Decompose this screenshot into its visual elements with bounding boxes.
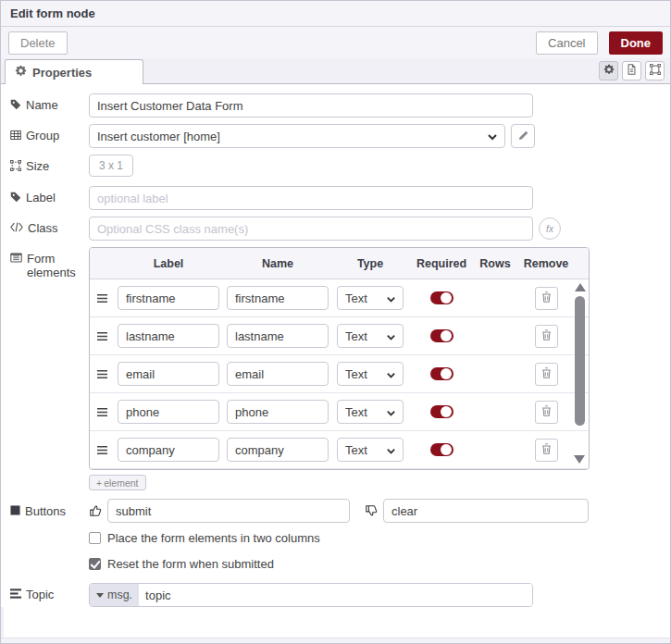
topic-input[interactable] xyxy=(139,584,532,606)
element-label-input[interactable] xyxy=(118,286,219,310)
element-type-select[interactable]: Text xyxy=(337,286,404,310)
required-toggle[interactable] xyxy=(430,367,454,380)
chevron-down-icon xyxy=(386,445,396,459)
tab-properties[interactable]: Properties xyxy=(5,59,143,84)
scrollbar[interactable] xyxy=(573,281,587,467)
topic-label: Topic xyxy=(10,583,89,601)
tasks-icon xyxy=(10,588,21,601)
two-columns-row: Place the form elements in two columns xyxy=(89,531,661,545)
required-toggle[interactable] xyxy=(430,405,454,418)
form-elements-table: Label Name Type Required Rows Remove xyxy=(89,247,590,470)
element-name-input[interactable] xyxy=(227,438,329,462)
tag-icon xyxy=(10,191,21,205)
table-header: Label Name Type Required Rows Remove xyxy=(90,248,589,279)
done-button[interactable]: Done xyxy=(609,31,664,55)
element-label-input[interactable] xyxy=(118,400,219,424)
drag-handle-icon[interactable] xyxy=(90,369,114,379)
msg-type-button[interactable]: msg. xyxy=(90,584,139,606)
group-select[interactable]: Insert customer [home] xyxy=(89,124,505,148)
drag-handle-icon[interactable] xyxy=(90,293,114,303)
pencil-icon xyxy=(518,128,528,144)
class-row: Class fx xyxy=(10,217,661,241)
dynamic-class-button[interactable]: fx xyxy=(539,217,561,240)
scroll-up-arrow[interactable] xyxy=(575,283,586,291)
element-type-select[interactable]: Text xyxy=(337,324,404,348)
chevron-down-icon xyxy=(386,331,396,345)
appearance-icon xyxy=(650,64,661,78)
drag-handle-icon[interactable] xyxy=(90,445,114,455)
label-row: Label xyxy=(10,186,661,210)
add-element-button[interactable]: +element xyxy=(89,475,146,490)
trash-icon xyxy=(541,403,552,420)
properties-panel: Name Group Insert customer [home] xyxy=(1,84,670,607)
submit-button-input[interactable] xyxy=(107,499,350,523)
gear-icon xyxy=(603,64,615,78)
dialog-title: Edit form node xyxy=(10,6,95,20)
header-label: Label xyxy=(114,257,223,270)
form-elements-row: Form elements Label Name Type Required R… xyxy=(10,247,661,470)
cancel-button[interactable]: Cancel xyxy=(536,31,597,55)
required-toggle[interactable] xyxy=(430,443,454,456)
element-name-input[interactable] xyxy=(227,362,329,386)
element-type-select[interactable]: Text xyxy=(337,400,404,424)
buttons-row: Buttons xyxy=(10,499,661,523)
class-label: Class xyxy=(10,217,89,235)
chevron-down-icon xyxy=(386,407,396,421)
scrollbar-thumb[interactable] xyxy=(575,296,585,426)
reset-form-checkbox[interactable] xyxy=(89,558,101,570)
delete-element-button[interactable] xyxy=(535,363,558,386)
name-row: Name xyxy=(10,93,661,118)
required-toggle[interactable] xyxy=(430,291,454,304)
drag-handle-icon[interactable] xyxy=(90,407,114,417)
two-columns-checkbox[interactable] xyxy=(89,532,101,544)
chevron-down-icon xyxy=(386,293,396,307)
caret-down-icon xyxy=(96,593,104,598)
appearance-tab-button[interactable] xyxy=(645,61,665,80)
square-icon xyxy=(10,504,20,518)
form-element-row: Text xyxy=(90,355,589,393)
delete-button[interactable]: Delete xyxy=(8,31,68,55)
list-alt-icon xyxy=(10,252,22,266)
tab-icon-group xyxy=(599,61,665,80)
reset-form-row: Reset the form when submitted xyxy=(89,557,661,571)
trash-icon xyxy=(541,365,552,382)
clear-button-input[interactable] xyxy=(383,499,589,523)
thumbs-down-icon xyxy=(365,504,378,517)
delete-element-button[interactable] xyxy=(535,401,558,424)
form-element-row: Text xyxy=(90,279,589,317)
element-name-input[interactable] xyxy=(227,286,329,310)
size-button[interactable]: 3 x 1 xyxy=(89,155,133,177)
code-icon xyxy=(10,221,23,235)
scroll-down-arrow[interactable] xyxy=(574,455,585,464)
element-type-select[interactable]: Text xyxy=(337,362,404,386)
drag-handle-icon[interactable] xyxy=(90,331,114,341)
properties-tab-button[interactable] xyxy=(599,61,618,80)
label-input[interactable] xyxy=(89,186,533,210)
element-label-input[interactable] xyxy=(118,362,219,386)
trash-icon xyxy=(541,441,552,458)
edit-group-button[interactable] xyxy=(511,124,535,148)
element-label-input[interactable] xyxy=(118,438,219,462)
dialog-footer xyxy=(1,638,670,643)
table-icon xyxy=(10,129,21,143)
thumbs-up-icon xyxy=(89,504,102,517)
element-name-input[interactable] xyxy=(227,324,329,348)
description-tab-button[interactable] xyxy=(622,61,641,80)
fx-icon: fx xyxy=(546,224,553,234)
name-input[interactable] xyxy=(89,93,533,118)
delete-element-button[interactable] xyxy=(535,439,558,462)
delete-element-button[interactable] xyxy=(535,287,558,310)
class-input[interactable] xyxy=(89,217,533,241)
delete-element-button[interactable] xyxy=(535,325,558,348)
chevron-down-icon xyxy=(386,369,396,383)
element-name-input[interactable] xyxy=(227,400,329,424)
element-type-select[interactable]: Text xyxy=(337,438,404,462)
required-toggle[interactable] xyxy=(430,329,454,342)
form-elements-label: Form elements xyxy=(10,247,89,279)
reset-form-label: Reset the form when submitted xyxy=(107,557,274,571)
element-label-input[interactable] xyxy=(118,324,219,348)
header-type: Type xyxy=(332,257,408,270)
trash-icon xyxy=(541,290,552,306)
two-columns-label: Place the form elements in two columns xyxy=(107,531,320,545)
edit-form-node-dialog: Edit form node Delete Cancel Done Proper… xyxy=(0,0,671,644)
